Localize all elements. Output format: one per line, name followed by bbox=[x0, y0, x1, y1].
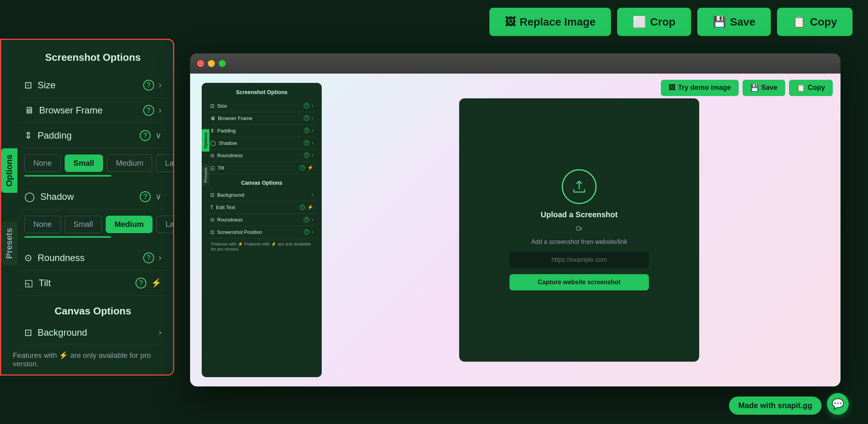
mini-shadow-icon: ◯ bbox=[210, 140, 216, 146]
replace-image-button[interactable]: 🖼 Replace Image bbox=[489, 8, 611, 36]
mini-bg-label: Background bbox=[217, 192, 244, 198]
tilt-row[interactable]: ◱ Tilt ? ⚡ bbox=[21, 271, 165, 296]
padding-help-icon[interactable]: ? bbox=[140, 130, 151, 141]
roundness-icon: ⊙ bbox=[24, 252, 32, 263]
mini-roundness-row[interactable]: ⊙ Roundness ? › bbox=[208, 149, 316, 162]
mini-text-help-icon: ? bbox=[300, 204, 305, 210]
traffic-light-yellow bbox=[208, 60, 215, 67]
upload-subtitle: Add a screenshot from website/link bbox=[531, 239, 627, 245]
mini-padding-icon: ⇕ bbox=[210, 128, 214, 134]
mini-panel-inner: Screenshot Options ⊡ Size ? › bbox=[202, 83, 322, 261]
mini-text-icon: T bbox=[210, 204, 213, 210]
browser-frame-label: Browser Frame bbox=[39, 105, 103, 116]
padding-medium-button[interactable]: Medium bbox=[107, 154, 152, 172]
mini-pos-icon: ⊡ bbox=[210, 229, 214, 235]
tilt-help-icon[interactable]: ? bbox=[136, 278, 146, 288]
upload-or-text: Or bbox=[576, 225, 583, 232]
mini-padding-row[interactable]: ⇕ Padding ? › bbox=[208, 125, 316, 137]
mini-roundness2-help-icon: ? bbox=[304, 217, 309, 222]
inner-copy-button[interactable]: 📋 Copy bbox=[789, 80, 833, 96]
features-note: Features with ⚡ are only available for p… bbox=[13, 351, 173, 368]
shadow-size-buttons: None Small Medium La... bbox=[24, 216, 161, 233]
shadow-chevron-down-icon: ∨ bbox=[155, 192, 161, 202]
padding-slider[interactable] bbox=[24, 175, 111, 177]
copy-button[interactable]: 📋 Copy bbox=[777, 8, 853, 36]
shadow-large-button[interactable]: La... bbox=[156, 216, 173, 233]
browser-frame-mockup: 🖼 Try demo image 💾 Save 📋 Copy Options P… bbox=[190, 53, 841, 386]
mini-tilt-row[interactable]: ◱ Tilt ? ⚡ bbox=[208, 162, 316, 174]
options-tab[interactable]: Options bbox=[1, 148, 17, 193]
inner-save-button[interactable]: 💾 Save bbox=[743, 80, 785, 96]
chat-icon: 💬 bbox=[832, 398, 844, 410]
mini-size-chevron-icon: › bbox=[312, 103, 313, 108]
mini-browser-frame-row[interactable]: 🖥 Browser Frame ? › bbox=[208, 112, 316, 125]
mini-padding-help-icon: ? bbox=[304, 128, 309, 133]
mini-options-tab[interactable]: Options bbox=[202, 129, 209, 152]
shadow-row[interactable]: ◯ Shadow ? ∨ bbox=[21, 184, 165, 209]
mini-size-icon: ⊡ bbox=[210, 103, 214, 109]
mini-shadow-row[interactable]: ◯ Shadow ? › bbox=[208, 137, 316, 149]
roundness-help-icon[interactable]: ? bbox=[143, 252, 154, 263]
shadow-slider[interactable] bbox=[24, 236, 111, 238]
size-chevron-icon: › bbox=[159, 80, 161, 90]
mini-bg-icon: ⊡ bbox=[210, 192, 214, 198]
mini-tilt-label: Tilt bbox=[218, 165, 224, 171]
capture-button[interactable]: Capture website screenshot bbox=[509, 274, 649, 290]
mini-edit-text-row[interactable]: T Edit Text ? ⚡ bbox=[208, 201, 316, 214]
presets-tab[interactable]: Presets bbox=[1, 222, 17, 265]
canvas-options-title: Canvas Options bbox=[21, 305, 165, 317]
top-toolbar: 🖼 Replace Image ⬜ Crop 💾 Save 📋 Copy bbox=[489, 8, 853, 36]
padding-none-button[interactable]: None bbox=[24, 154, 61, 172]
crop-button[interactable]: ⬜ Crop bbox=[617, 8, 691, 36]
inner-save-label: Save bbox=[761, 84, 777, 92]
try-demo-icon: 🖼 bbox=[669, 84, 676, 92]
url-input[interactable] bbox=[509, 252, 649, 268]
mini-shadow-help-icon: ? bbox=[304, 140, 309, 146]
shadow-small-button[interactable]: Small bbox=[65, 216, 102, 233]
shadow-help-icon[interactable]: ? bbox=[140, 191, 151, 202]
crop-label: Crop bbox=[650, 16, 675, 28]
mini-size-row[interactable]: ⊡ Size ? › bbox=[208, 100, 316, 112]
mini-browser-label: Browser Frame bbox=[218, 115, 252, 121]
padding-small-button[interactable]: Small bbox=[65, 154, 103, 172]
roundness-chevron-icon: › bbox=[159, 253, 161, 263]
mini-roundness-help-icon: ? bbox=[304, 153, 309, 158]
padding-chevron-down-icon: ∨ bbox=[155, 130, 161, 141]
chat-bubble[interactable]: 💬 bbox=[827, 393, 849, 415]
padding-large-button[interactable]: La... bbox=[156, 154, 173, 172]
browser-frame-row[interactable]: 🖥 Browser Frame ? › bbox=[21, 98, 165, 123]
roundness-label: Roundness bbox=[38, 252, 84, 263]
browser-frame-icon: 🖥 bbox=[24, 105, 34, 116]
size-help-icon[interactable]: ? bbox=[143, 80, 154, 91]
lightning-icon: ⚡ bbox=[59, 351, 68, 359]
upload-area: Upload a Screenshot Or Add a screenshot … bbox=[329, 98, 829, 362]
browser-frame-help-icon[interactable]: ? bbox=[143, 105, 154, 116]
size-row[interactable]: ⊡ Size ? › bbox=[21, 73, 165, 98]
mini-text-lightning-icon: ⚡ bbox=[307, 204, 313, 210]
shadow-none-button[interactable]: None bbox=[24, 216, 61, 233]
mini-presets-tab[interactable]: Presets bbox=[202, 164, 209, 186]
shadow-medium-button[interactable]: Medium bbox=[106, 216, 153, 233]
mini-roundness2-row[interactable]: ⊙ Roundness ? › bbox=[208, 214, 316, 226]
tilt-lightning-icon: ⚡ bbox=[151, 278, 161, 288]
size-label: Size bbox=[38, 80, 56, 91]
main-canvas: 🖼 Try demo image 💾 Save 📋 Copy Options P… bbox=[178, 39, 853, 401]
crop-icon: ⬜ bbox=[633, 15, 646, 28]
mini-background-row[interactable]: ⊡ Background › bbox=[208, 189, 316, 201]
mini-roundness2-icon: ⊙ bbox=[210, 217, 214, 223]
padding-icon: ⇕ bbox=[24, 130, 32, 141]
mini-padding-label: Padding bbox=[217, 128, 236, 134]
save-button[interactable]: 💾 Save bbox=[697, 8, 771, 36]
tilt-label: Tilt bbox=[39, 278, 51, 288]
try-demo-button[interactable]: 🖼 Try demo image bbox=[661, 80, 739, 96]
browser-content: 🖼 Try demo image 💾 Save 📋 Copy Options P… bbox=[190, 74, 841, 386]
mini-browser-chevron-icon: › bbox=[312, 115, 313, 121]
roundness-row[interactable]: ⊙ Roundness ? › bbox=[21, 245, 165, 271]
mini-features-note: Features with ⚡ Features with ⚡ are only… bbox=[208, 239, 316, 254]
padding-row[interactable]: ⇕ Padding ? ∨ bbox=[21, 123, 165, 148]
upload-icon-circle bbox=[562, 169, 597, 204]
mini-screenshot-pos-row[interactable]: ⊡ Screenshot Position ? › bbox=[208, 226, 316, 239]
copy-label: Copy bbox=[810, 16, 837, 28]
mini-shadow-chevron-icon: › bbox=[312, 140, 313, 146]
background-row[interactable]: ⊡ Background › bbox=[21, 320, 165, 345]
